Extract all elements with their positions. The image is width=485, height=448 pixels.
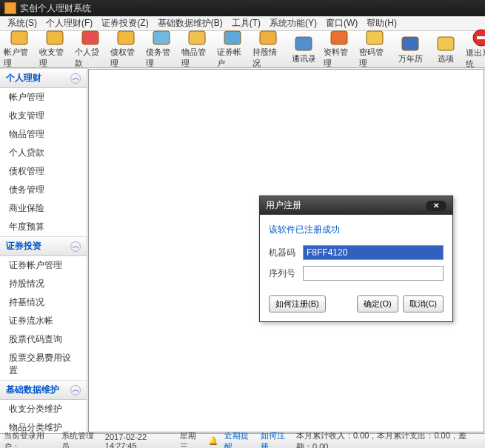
chevron-up-icon: ︿ [70,241,81,252]
toolbar-btn-8[interactable]: 通讯录 [286,33,321,66]
toolbar-label-1: 收支管理 [39,47,70,69]
menu-item-6[interactable]: 窗口(W) [322,16,361,30]
tool-icon-7 [258,30,278,46]
menu-item-1[interactable]: 个人理财(F) [42,16,96,30]
sidebar-item-s1-6[interactable]: 商业保险 [0,199,87,218]
toolbar-label-12: 选项 [438,53,454,64]
tool-icon-8 [293,35,314,53]
menu-item-0[interactable]: 系统(S) [4,16,41,30]
toolbar-btn-1[interactable]: 收支管理 [37,33,73,66]
sidebar-item-s1-4[interactable]: 债权管理 [0,162,87,181]
toolbar-label-6: 证券帐户 [217,47,248,69]
svg-rect-9 [331,31,347,44]
menu-item-4[interactable]: 工具(T) [228,16,264,30]
toolbar-btn-11[interactable]: 万年历 [392,33,428,66]
toolbar-label-5: 物品管理 [181,47,213,69]
section-header-s3[interactable]: 基础数据维护︿ [0,380,87,400]
section-header-s2[interactable]: 证券投资︿ [0,236,87,256]
app-title: 实创个人理财系统 [20,2,91,15]
svg-rect-11 [402,37,418,50]
svg-rect-6 [224,31,241,44]
tool-icon-12 [435,35,456,53]
tool-icon-9 [329,30,349,46]
toolbar-label-7: 持股情况 [252,47,284,69]
tool-icon-1 [44,30,65,46]
app-icon [4,2,16,14]
toolbar-btn-10[interactable]: 密码管理 [357,33,392,66]
svg-rect-12 [438,37,454,50]
menu-item-3[interactable]: 基础数据维护(B) [154,16,227,30]
section-title: 个人理财 [6,72,41,84]
section-header-s1[interactable]: 个人理财︿ [0,68,87,88]
sidebar-item-s2-4[interactable]: 股票代码查询 [0,330,87,349]
status-remind[interactable]: 近期提醒 [224,430,254,449]
toolbar-label-9: 资料管理 [324,47,355,69]
sidebar-item-s2-0[interactable]: 证券帐户管理 [0,256,87,275]
toolbar-btn-5[interactable]: 物品管理 [179,33,215,66]
toolbar-btn-9[interactable]: 资料管理 [321,33,357,66]
toolbar-btn-3[interactable]: 债权管理 [108,33,144,66]
tool-icon-5 [187,30,207,46]
svg-rect-1 [47,31,63,44]
status-bar: 当前登录用户： 系统管理员 2017-02-22 14:27:45 星期三 🔔 … [0,433,485,448]
sidebar-item-s2-5[interactable]: 股票交易费用设置 [0,349,87,380]
toolbar-btn-13[interactable]: 退出系统 [464,33,485,66]
svg-rect-0 [11,31,27,44]
tool-icon-6 [222,30,243,46]
toolbar-btn-0[interactable]: 帐户管理 [1,33,37,66]
sidebar-item-s1-1[interactable]: 收支管理 [0,107,87,125]
sidebar-item-s1-0[interactable]: 帐户管理 [0,88,87,107]
menu-item-7[interactable]: 帮助(H) [363,16,401,30]
toolbar-label-4: 债务管理 [146,47,177,69]
toolbar-label-11: 万年历 [398,53,423,64]
sidebar-item-s2-2[interactable]: 持基情况 [0,293,87,312]
svg-rect-3 [118,31,134,44]
machine-code-row: 机器码 [269,245,444,260]
tool-icon-11 [400,35,421,53]
machine-code-input[interactable] [303,245,444,260]
sidebar-item-s1-2[interactable]: 物品管理 [0,125,87,144]
how-register-button[interactable]: 如何注册(B) [269,295,326,312]
toolbar-btn-4[interactable]: 债务管理 [144,33,179,66]
toolbar-btn-12[interactable]: 选项 [428,33,464,66]
ok-button[interactable]: 确定(O) [357,295,398,312]
svg-rect-10 [367,31,383,44]
register-dialog: 用户注册 ✕ 该软件已注册成功 机器码 序列号 如何注册(B) 确定(O) 取消… [259,195,453,322]
tool-icon-4 [151,30,172,46]
close-icon[interactable]: ✕ [426,201,446,211]
machine-code-label: 机器码 [269,247,298,259]
toolbar-btn-2[interactable]: 个人贷款 [73,33,108,66]
toolbar-btn-6[interactable]: 证券帐户 [215,33,250,66]
toolbar-btn-7[interactable]: 持股情况 [250,33,286,66]
exit-icon [471,29,485,47]
svg-rect-8 [295,37,312,50]
status-howreg[interactable]: 如何注册 [261,430,290,449]
toolbar-label-0: 帐户管理 [4,47,35,69]
content-area: 用户注册 ✕ 该软件已注册成功 机器码 序列号 如何注册(B) 确定(O) 取消… [88,69,484,432]
menu-item-2[interactable]: 证券投资(Z) [98,16,152,30]
toolbar-label-2: 个人贷款 [75,47,106,69]
dialog-buttons: 如何注册(B) 确定(O) 取消(C) [260,295,452,321]
section-title: 基础数据维护 [6,384,59,396]
sidebar-item-s2-3[interactable]: 证券流水帐 [0,312,87,330]
main-area: 个人理财︿帐户管理收支管理物品管理个人贷款债权管理债务管理商业保险年度预算证券投… [0,68,485,433]
cancel-button[interactable]: 取消(C) [403,295,444,312]
tool-icon-0 [9,30,30,46]
svg-rect-14 [477,36,485,39]
dialog-title: 用户注册 [266,199,301,212]
sidebar-item-s2-1[interactable]: 持股情况 [0,275,87,293]
toolbar-label-13: 退出系统 [466,47,485,70]
toolbar-label-10: 密码管理 [359,47,390,69]
toolbar: 帐户管理收支管理个人贷款债权管理债务管理物品管理证券帐户持股情况通讯录资料管理密… [0,31,485,68]
sidebar-item-s1-7[interactable]: 年度预算 [0,218,87,236]
dialog-body: 该软件已注册成功 机器码 序列号 [260,215,452,295]
bell-icon: 🔔 [208,436,218,446]
chevron-up-icon: ︿ [70,73,81,84]
sidebar-item-s3-0[interactable]: 收支分类维护 [0,400,87,418]
serial-input[interactable] [303,266,444,281]
sidebar-item-s1-5[interactable]: 债务管理 [0,181,87,199]
sidebar-item-s1-3[interactable]: 个人贷款 [0,144,87,162]
menu-item-5[interactable]: 系统功能(Y) [266,16,321,30]
status-user-label: 当前登录用户： [4,430,56,449]
svg-rect-5 [189,31,205,44]
